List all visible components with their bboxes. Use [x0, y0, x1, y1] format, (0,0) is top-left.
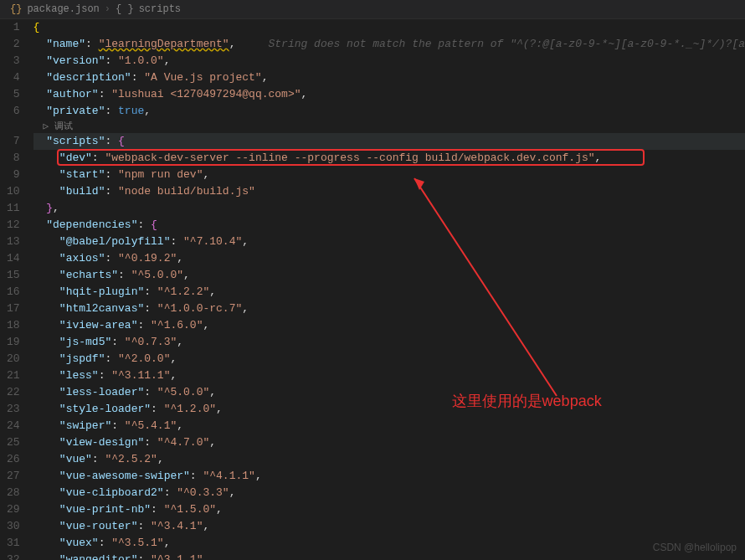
code-line[interactable]: "vue-router": "^3.4.1", — [33, 518, 745, 535]
line-number-gutter: 1 2 3 4 5 6 7 8 9 10 11 12 13 14 15 16 1… — [0, 19, 33, 559]
debug-codelens[interactable]: 调试 — [33, 120, 745, 133]
code-line[interactable]: "@babel/polyfill": "^7.10.4", — [33, 234, 745, 250]
code-line[interactable]: "vue-awesome-swiper": "^4.1.1", — [33, 468, 745, 485]
code-line[interactable]: "vuex": "^3.5.1", — [33, 535, 745, 552]
code-line[interactable]: "less": "^3.11.1", — [33, 367, 745, 384]
code-line[interactable]: "author": "lushuai <1270497294@qq.com>", — [33, 86, 745, 103]
watermark: CSDN @hellolipop — [653, 542, 737, 553]
chevron-right-icon: › — [105, 3, 110, 15]
code-line[interactable]: "jspdf": "^2.0.0", — [33, 351, 745, 367]
code-line[interactable]: "html2canvas": "^1.0.0-rc.7", — [33, 301, 745, 317]
json-file-icon: {} — [10, 3, 22, 15]
code-line[interactable]: "swiper": "^5.4.1", — [33, 418, 745, 434]
code-editor[interactable]: 1 2 3 4 5 6 7 8 9 10 11 12 13 14 15 16 1… — [0, 19, 745, 559]
code-line[interactable]: "less-loader": "^5.0.0", — [33, 384, 745, 401]
code-line[interactable]: { — [33, 19, 745, 36]
breadcrumb-file[interactable]: package.json — [27, 3, 99, 15]
code-line[interactable]: "vue-clipboard2": "^0.3.3", — [33, 485, 745, 501]
code-line[interactable]: "axios": "^0.19.2", — [33, 250, 745, 267]
code-line[interactable]: "echarts": "^5.0.0", — [33, 267, 745, 284]
code-line[interactable]: "hqit-plugin": "^1.2.2", — [33, 284, 745, 301]
code-line[interactable]: }, — [33, 200, 745, 217]
code-line[interactable]: "dev": "webpack-dev-server --inline --pr… — [33, 150, 745, 167]
code-line[interactable]: "vue-print-nb": "^1.5.0", — [33, 501, 745, 518]
code-line[interactable]: "vue": "^2.5.2", — [33, 451, 745, 468]
braces-icon: { } — [116, 3, 134, 15]
code-line[interactable]: "iview-area": "^1.6.0", — [33, 317, 745, 334]
code-line[interactable]: "js-md5": "^0.7.3", — [33, 334, 745, 351]
breadcrumb[interactable]: {} package.json › { } scripts — [0, 0, 745, 19]
code-content[interactable]: { "name": "learningDepartment", String d… — [33, 19, 745, 559]
code-line[interactable]: "start": "npm run dev", — [33, 167, 745, 183]
code-line[interactable]: "name": "learningDepartment", String doe… — [33, 36, 745, 53]
code-line[interactable]: "build": "node build/build.js" — [33, 183, 745, 200]
code-line[interactable]: "dependencies": { — [33, 217, 745, 234]
code-line[interactable]: "private": true, — [33, 103, 745, 120]
code-line[interactable]: "wangeditor": "^3.1.1" — [33, 552, 745, 560]
breadcrumb-path[interactable]: scripts — [139, 3, 181, 15]
code-line[interactable]: "style-loader": "^1.2.0", — [33, 401, 745, 418]
code-line[interactable]: "scripts": { — [33, 133, 745, 150]
code-line[interactable]: "version": "1.0.0", — [33, 53, 745, 69]
code-line[interactable]: "description": "A Vue.js project", — [33, 69, 745, 86]
code-line[interactable]: "view-design": "^4.7.0", — [33, 434, 745, 451]
